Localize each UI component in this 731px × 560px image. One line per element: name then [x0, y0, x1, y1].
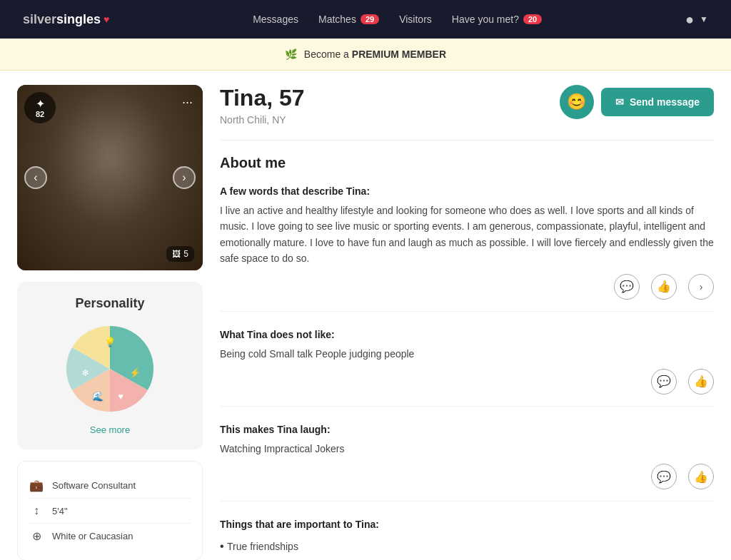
question-label-4: Things that are important to Tina:: [220, 519, 714, 530]
user-icon[interactable]: ●: [685, 11, 694, 28]
comment-button-1[interactable]: 💬: [614, 274, 640, 300]
svg-text:💡: 💡: [104, 336, 116, 348]
nav-links: Messages Matches 29 Visitors Have you me…: [253, 14, 542, 25]
detail-ethnicity: ⊕ White or Caucasian: [29, 524, 191, 549]
about-section: About me A few words that describe Tina:…: [220, 140, 714, 560]
thumbs-up-icon: 👍: [657, 280, 671, 293]
expand-button-1[interactable]: ›: [688, 274, 714, 300]
profile-header: Tina, 57 North Chili, NY 😊 ✉ Send messag…: [220, 85, 714, 126]
nav-matches[interactable]: Matches 29: [318, 14, 379, 25]
chevron-down-icon[interactable]: ▼: [700, 14, 708, 24]
comment-icon-3: 💬: [657, 470, 671, 484]
profile-name: Tina, 57: [220, 85, 305, 111]
nav-messages[interactable]: Messages: [253, 14, 298, 25]
globe-icon: ⊕: [29, 529, 44, 543]
section-title: About me: [220, 155, 714, 171]
matches-badge: 29: [361, 14, 379, 24]
chevron-right-icon: ›: [700, 281, 703, 292]
svg-text:⚡: ⚡: [129, 367, 141, 379]
question-label-1: A few words that describe Tina:: [220, 185, 714, 197]
height-icon: ↕: [29, 504, 44, 517]
logo-silver-text: silver: [23, 12, 56, 26]
profile-info: Tina, 57 North Chili, NY: [220, 85, 305, 126]
compat-icon: ✦: [36, 97, 45, 111]
send-message-button[interactable]: ✉ Send message: [601, 88, 714, 116]
comment-button-3[interactable]: 💬: [651, 464, 677, 489]
svg-text:❄: ❄: [81, 367, 89, 378]
have-you-met-badge: 20: [523, 14, 542, 24]
logo-heart-icon: ♥: [104, 14, 109, 25]
personality-wheel: 💡 ⚡ ♥ 🌊 ❄: [64, 322, 156, 415]
details-card: 💼 Software Consultant ↕ 5'4" ⊕ White or …: [17, 461, 203, 560]
logo-singles-text: singles: [56, 12, 101, 26]
answer-3: Watching Impractical Jokers: [220, 441, 714, 457]
reaction-button[interactable]: 😊: [560, 85, 594, 119]
svg-text:♥: ♥: [118, 391, 123, 402]
list-item: Honesty and vulnerability: [220, 557, 714, 560]
list-item: True friendships: [220, 536, 714, 557]
answer-actions-2: 💬 👍: [220, 369, 714, 407]
question-block-laugh: This makes Tina laugh: Watching Impracti…: [220, 424, 714, 502]
like-button-1[interactable]: 👍: [651, 274, 677, 300]
answer-actions-1: 💬 👍 ›: [220, 274, 714, 312]
logo: silversingles ♥: [23, 13, 109, 26]
comment-icon-2: 💬: [657, 375, 671, 388]
main-layout: ✦ 82 ··· ‹ › 🖼 5 Personality: [0, 71, 731, 560]
photo-prev-button[interactable]: ‹: [24, 166, 47, 189]
question-block-describe: A few words that describe Tina: I live a…: [220, 185, 714, 312]
profile-location: North Chili, NY: [220, 114, 305, 126]
answer-2: Being cold Small talk People judging peo…: [220, 346, 714, 362]
answer-actions-3: 💬 👍: [220, 464, 714, 502]
answer-1: I live an active and healthy lifestyle a…: [220, 203, 714, 267]
image-icon: 🖼: [172, 249, 181, 259]
photo-counter: 🖼 5: [166, 246, 194, 262]
photo-next-button[interactable]: ›: [173, 166, 196, 189]
thumbs-up-icon-2: 👍: [694, 375, 708, 388]
like-button-2[interactable]: 👍: [688, 369, 714, 394]
thumbs-up-icon-3: 👍: [694, 470, 708, 484]
comment-icon: 💬: [620, 280, 634, 293]
nav-right: ● ▼: [685, 11, 708, 28]
detail-occupation: 💼 Software Consultant: [29, 473, 191, 499]
personality-card: Personality 💡 ⚡ ♥: [17, 282, 203, 449]
message-icon: ✉: [615, 96, 624, 108]
comment-button-2[interactable]: 💬: [651, 369, 677, 394]
right-content: Tina, 57 North Chili, NY 😊 ✉ Send messag…: [220, 85, 714, 560]
svg-text:🌊: 🌊: [92, 390, 104, 402]
question-block-important: Things that are important to Tina: True …: [220, 519, 714, 560]
question-label-2: What Tina does not like:: [220, 329, 714, 340]
left-sidebar: ✦ 82 ··· ‹ › 🖼 5 Personality: [17, 85, 203, 560]
photo-card: ✦ 82 ··· ‹ › 🖼 5: [17, 85, 203, 270]
question-label-3: This makes Tina laugh:: [220, 424, 714, 435]
compatibility-badge: ✦ 82: [24, 92, 56, 123]
photo-menu-icon[interactable]: ···: [179, 92, 196, 113]
important-items-list: True friendships Honesty and vulnerabili…: [220, 536, 714, 560]
nav-visitors[interactable]: Visitors: [399, 14, 432, 25]
nav-have-you-met[interactable]: Have you met? 20: [452, 14, 542, 25]
navigation: silversingles ♥ Messages Matches 29 Visi…: [0, 0, 731, 39]
personality-title: Personality: [29, 296, 191, 311]
profile-actions: 😊 ✉ Send message: [560, 85, 714, 119]
question-block-dislikes: What Tina does not like: Being cold Smal…: [220, 329, 714, 407]
like-button-3[interactable]: 👍: [688, 464, 714, 489]
see-more-personality-link[interactable]: See more: [90, 424, 130, 435]
detail-height: ↕ 5'4": [29, 499, 191, 524]
photo-overlay-top: ✦ 82 ···: [24, 92, 196, 123]
premium-banner[interactable]: 🌿 Become a PREMIUM MEMBER: [0, 39, 731, 71]
briefcase-icon: 💼: [29, 479, 44, 492]
crown-icon: 🌿: [285, 49, 297, 60]
